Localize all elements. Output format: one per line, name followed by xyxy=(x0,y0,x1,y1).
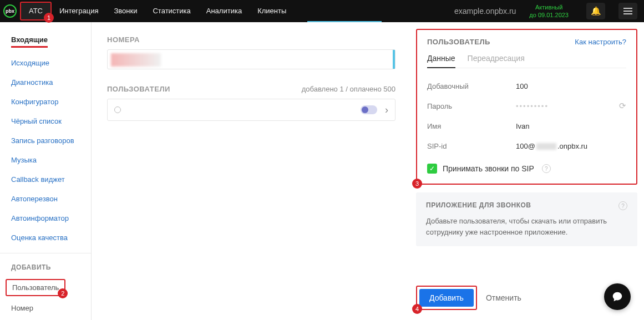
domain-label: example.onpbx.ru xyxy=(454,7,516,16)
notifications-button[interactable]: 🔔 xyxy=(586,3,605,19)
top-header: pbx АТС 1 Интеграция Звонки Статистика А… xyxy=(0,0,644,22)
sidebar-add-number[interactable]: Номер xyxy=(0,304,91,312)
status-active: Активный xyxy=(529,3,569,11)
badge-2: 2 xyxy=(58,288,68,298)
badge-4: 4 xyxy=(412,304,422,314)
field-name: Имя Ivan xyxy=(427,116,626,136)
panel-title: ПОЛЬЗОВАТЕЛЬ xyxy=(427,38,490,46)
number-row[interactable] xyxy=(107,49,395,69)
logo-icon: pbx xyxy=(3,4,17,18)
help-icon[interactable]: ? xyxy=(618,201,627,210)
cancel-button[interactable]: Отменить xyxy=(486,293,521,302)
users-heading: ПОЛЬЗОВАТЕЛИ xyxy=(107,85,170,93)
sidebar-item-blacklist[interactable]: Чёрный список xyxy=(11,117,80,125)
chat-fab[interactable] xyxy=(604,283,631,310)
right-panel: 3 ПОЛЬЗОВАТЕЛЬ Как настроить? Данные Пер… xyxy=(411,22,644,320)
sidebar-item-configurator[interactable]: Конфигуратор xyxy=(11,98,80,106)
nav-integration[interactable]: Интеграция xyxy=(52,0,107,22)
nav-stats[interactable]: Статистика xyxy=(145,0,198,22)
sidebar-item-autoinform[interactable]: Автоинформатор xyxy=(11,214,80,222)
sip-checkbox-row[interactable]: ✓ Принимать звонки по SIP ? xyxy=(427,164,626,174)
chevron-right-icon: › xyxy=(385,104,388,116)
sidebar-item-diagnostics[interactable]: Диагностика xyxy=(11,78,80,87)
sidebar-item-callback[interactable]: Callback виджет xyxy=(11,175,80,184)
nav-ats[interactable]: АТС 1 xyxy=(20,2,52,21)
regenerate-icon[interactable]: ⟳ xyxy=(619,101,626,111)
nav-calls[interactable]: Звонки xyxy=(107,0,145,22)
bell-icon: 🔔 xyxy=(591,6,601,16)
add-button-highlight: 4 Добавить xyxy=(416,286,477,310)
user-toggle[interactable] xyxy=(361,105,377,114)
tab-forwarding[interactable]: Переадресация xyxy=(468,54,525,68)
checkbox-checked-icon[interactable]: ✓ xyxy=(427,164,437,174)
tab-data[interactable]: Данные xyxy=(427,54,455,68)
sipid-value: 100@.onpbx.ru xyxy=(516,142,626,150)
user-form-section: 3 ПОЛЬЗОВАТЕЛЬ Как настроить? Данные Пер… xyxy=(416,29,637,185)
sidebar-divider xyxy=(0,253,91,253)
field-extension: Добавочный 100 xyxy=(427,76,626,96)
sidebar-item-recording[interactable]: Запись разговоров xyxy=(11,136,80,145)
name-value[interactable]: Ivan xyxy=(516,122,626,130)
badge-3: 3 xyxy=(412,179,422,189)
sip-suffix: .onpbx.ru xyxy=(557,142,587,150)
nav-label: АТС xyxy=(29,7,43,15)
nav-analytics[interactable]: Аналитика xyxy=(199,0,250,22)
sidebar: Входящие Исходящие Диагностика Конфигура… xyxy=(0,22,92,320)
sidebar-item-incoming[interactable]: Входящие xyxy=(11,35,48,48)
sip-prefix: 100@ xyxy=(516,142,535,150)
users-count-info: добавлено 1 / оплачено 500 xyxy=(302,85,395,93)
badge-1: 1 xyxy=(44,13,54,23)
main-content: НОМЕРА ПОЛЬЗОВАТЕЛИ добавлено 1 / оплаче… xyxy=(92,22,411,320)
main-nav: АТС 1 Интеграция Звонки Статистика Анали… xyxy=(20,0,294,22)
help-icon[interactable]: ? xyxy=(542,164,551,173)
name-label: Имя xyxy=(427,122,516,130)
status-expiry: до 09.01.2023 xyxy=(529,11,569,19)
sidebar-add-heading: ДОБАВИТЬ xyxy=(0,263,91,271)
extension-label: Добавочный xyxy=(427,82,516,90)
menu-button[interactable] xyxy=(618,3,637,19)
header-right: example.onpbx.ru Активный до 09.01.2023 … xyxy=(454,3,644,19)
sip-masked xyxy=(536,143,556,150)
app-download-block: ПРИЛОЖЕНИЕ ДЛЯ ЗВОНКОВ ? Добавьте пользо… xyxy=(416,192,637,246)
app-block-title: ПРИЛОЖЕНИЕ ДЛЯ ЗВОНКОВ xyxy=(426,201,531,210)
sidebar-item-outgoing[interactable]: Исходящие xyxy=(11,59,80,67)
number-masked xyxy=(111,53,161,67)
numbers-heading: НОМЕРА xyxy=(107,35,395,44)
hamburger-icon xyxy=(623,11,632,12)
field-sipid: SIP-id 100@.onpbx.ru xyxy=(427,136,626,156)
radio-icon xyxy=(114,106,121,113)
sidebar-add-user[interactable]: Пользователь 2 xyxy=(6,279,65,296)
panel-tabs: Данные Переадресация xyxy=(427,54,626,68)
sidebar-item-music[interactable]: Музыка xyxy=(11,156,80,164)
app-block-text: Добавьте пользователя, чтобы скачать или… xyxy=(426,216,627,237)
sip-checkbox-label: Принимать звонки по SIP xyxy=(443,164,534,173)
sidebar-item-quality[interactable]: Оценка качества xyxy=(11,233,80,242)
sipid-label: SIP-id xyxy=(427,142,516,150)
nav-clients[interactable]: Клиенты xyxy=(250,0,294,22)
field-password: Пароль ••••••••• ⟳ xyxy=(427,96,626,116)
help-link[interactable]: Как настроить? xyxy=(575,38,626,46)
extension-value[interactable]: 100 xyxy=(516,82,626,90)
chat-icon xyxy=(611,291,623,303)
sidebar-add-user-label: Пользователь xyxy=(12,283,59,292)
password-value[interactable]: ••••••••• xyxy=(516,102,619,110)
user-row[interactable]: › xyxy=(107,99,395,121)
logo[interactable]: pbx xyxy=(0,0,20,22)
sidebar-item-autocall[interactable]: Автоперезвон xyxy=(11,195,80,203)
password-label: Пароль xyxy=(427,102,516,110)
account-status: Активный до 09.01.2023 xyxy=(529,3,569,19)
add-button[interactable]: Добавить xyxy=(419,289,474,307)
